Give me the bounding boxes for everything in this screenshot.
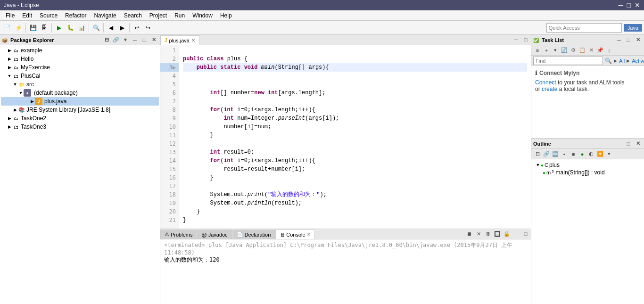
- task-list-close-button[interactable]: ✕: [634, 36, 642, 44]
- debug-button[interactable]: 🐛: [65, 23, 75, 33]
- outline-collapse-btn[interactable]: ⊟: [533, 150, 542, 158]
- explorer-maximize-button[interactable]: □: [140, 36, 149, 44]
- maximize-button[interactable]: □: [627, 1, 631, 9]
- tree-item-pluscal[interactable]: ▼ 🗂 PlusCal: [1, 72, 159, 80]
- connect-link[interactable]: Connect: [535, 79, 556, 86]
- outline-show-public-btn[interactable]: ●: [578, 150, 586, 158]
- new-button[interactable]: 📄: [2, 23, 12, 33]
- task-btn4[interactable]: 🔄: [560, 46, 569, 55]
- outline-close-button[interactable]: ✕: [634, 140, 642, 148]
- toolbar-btn2[interactable]: ⚡: [13, 23, 24, 33]
- tree-item-hello[interactable]: ▶ 🗂 Hello: [1, 55, 159, 63]
- tab-console[interactable]: 🖥 Console ✕: [275, 230, 314, 239]
- quick-access-input[interactable]: [546, 23, 622, 33]
- console-terminate-button[interactable]: ⏹: [465, 230, 473, 238]
- search-toolbar-button[interactable]: 🔍: [91, 23, 101, 33]
- all-label[interactable]: All: [619, 58, 625, 64]
- editor-minimize-button[interactable]: ─: [512, 35, 520, 44]
- tree-item-plus-java[interactable]: ▶ J plus.java: [1, 97, 159, 106]
- menu-run[interactable]: Run: [171, 11, 189, 20]
- back-button[interactable]: ◀: [106, 23, 116, 33]
- prev-edit-button[interactable]: ↩: [132, 23, 142, 33]
- expand-taskone2[interactable]: ▶: [7, 116, 12, 121]
- menu-edit[interactable]: Edit: [18, 11, 36, 20]
- explorer-minimize-button[interactable]: ─: [131, 36, 139, 44]
- tree-item-default-package[interactable]: ▼ ● (default package): [1, 89, 159, 97]
- console-scroll-lock[interactable]: 🔒: [503, 230, 511, 238]
- outline-minimize-button[interactable]: ─: [615, 140, 623, 148]
- console-disconnect-button[interactable]: ✕: [474, 230, 483, 238]
- tree-item-myexercise[interactable]: ▶ 🗂 MyExercise: [1, 63, 159, 72]
- menu-navigate[interactable]: Navigate: [90, 11, 120, 20]
- save-all-button[interactable]: 🗄: [39, 23, 50, 33]
- outline-hide-static-btn[interactable]: ■: [569, 150, 578, 158]
- minimize-button[interactable]: ─: [619, 1, 623, 9]
- task-btn7[interactable]: ✕: [587, 46, 595, 55]
- close-console-tab[interactable]: ✕: [307, 232, 311, 237]
- expand-taskone3[interactable]: ▶: [7, 124, 12, 129]
- code-editor[interactable]: 1 2 3▶ 4 5 6 7 8 9 10 11 12 13 14 15 16 …: [160, 45, 531, 229]
- console-maximize[interactable]: □: [521, 230, 530, 238]
- tree-item-jre[interactable]: ▶ 📚 JRE System Library [JavaSE-1.8]: [1, 106, 159, 114]
- code-content[interactable]: public class plus { public static void m…: [179, 45, 531, 229]
- outline-class-plus[interactable]: ▼ ● C plus: [533, 161, 642, 169]
- menu-help[interactable]: Help: [216, 11, 236, 20]
- expand-default-package[interactable]: ▼: [18, 90, 24, 95]
- task-btn2[interactable]: +: [542, 46, 551, 55]
- explorer-close-button[interactable]: ✕: [149, 36, 158, 44]
- link-editor-button[interactable]: 🔗: [112, 36, 120, 44]
- tab-problems[interactable]: ⚠ Problems: [160, 230, 197, 239]
- activate-label[interactable]: Activate...: [632, 58, 644, 64]
- explorer-menu-button[interactable]: ▾: [121, 36, 130, 44]
- console-remove-button[interactable]: 🗑: [484, 230, 492, 238]
- task-btn3[interactable]: ▾: [551, 46, 560, 55]
- menu-refactor[interactable]: Refactor: [61, 11, 90, 20]
- save-button[interactable]: 💾: [28, 23, 38, 33]
- outline-show-protected-btn[interactable]: ◐: [587, 150, 595, 158]
- expand-class-plus[interactable]: ▼: [535, 163, 541, 167]
- outline-maximize-button[interactable]: □: [624, 140, 633, 148]
- task-list-minimize-button[interactable]: ─: [615, 36, 623, 44]
- run-button[interactable]: ▶: [54, 23, 64, 33]
- create-link[interactable]: create: [542, 86, 557, 92]
- tree-item-example[interactable]: ▶ 🗂 example: [1, 46, 159, 55]
- next-edit-button[interactable]: ↪: [143, 23, 153, 33]
- expand-hello[interactable]: ▶: [7, 57, 12, 61]
- expand-jre[interactable]: ▶: [12, 107, 18, 112]
- task-btn5[interactable]: ⚙: [569, 46, 578, 55]
- editor-maximize-button[interactable]: □: [521, 35, 530, 44]
- task-btn8[interactable]: 📌: [596, 46, 604, 55]
- forward-button[interactable]: ▶: [117, 23, 127, 33]
- close-button[interactable]: ✕: [635, 1, 640, 9]
- tab-plus-java[interactable]: J plus.java ✕: [160, 35, 199, 45]
- menu-project[interactable]: Project: [146, 11, 171, 20]
- task-find-input[interactable]: [533, 57, 603, 65]
- outline-hide-fields-btn[interactable]: ▪: [560, 150, 569, 158]
- tree-item-taskone3[interactable]: ▶ 🗂 TaskOne3: [1, 123, 159, 131]
- console-clear-button[interactable]: 🔲: [493, 230, 502, 238]
- window-controls[interactable]: ─ □ ✕: [619, 1, 640, 9]
- menu-search[interactable]: Search: [120, 11, 146, 20]
- expand-myexercise[interactable]: ▶: [7, 65, 12, 70]
- menu-file[interactable]: File: [2, 11, 18, 20]
- outline-sort-btn[interactable]: 🔤: [551, 150, 560, 158]
- outline-link-btn[interactable]: 🔗: [542, 150, 551, 158]
- collapse-all-button[interactable]: ⊟: [102, 36, 111, 44]
- menu-window[interactable]: Window: [189, 11, 216, 20]
- console-minimize[interactable]: ─: [512, 230, 520, 238]
- close-tab-plus-java[interactable]: ✕: [191, 38, 195, 43]
- task-btn1[interactable]: ≡: [533, 46, 542, 55]
- expand-pluscal[interactable]: ▼: [7, 74, 12, 78]
- expand-example[interactable]: ▶: [7, 48, 12, 53]
- menu-source[interactable]: Source: [36, 11, 61, 20]
- expand-plus-java[interactable]: ▶: [29, 99, 35, 104]
- outline-method-main[interactable]: ● m ⁵ main(String[]) : void: [533, 169, 642, 176]
- outline-filter-btn[interactable]: 🔽: [596, 150, 604, 158]
- expand-src[interactable]: ▼: [12, 82, 18, 87]
- tab-javadoc[interactable]: @ Javadoc: [197, 230, 231, 239]
- tab-declaration[interactable]: 📄 Declaration: [232, 230, 275, 239]
- tree-item-taskone2[interactable]: ▶ 🗂 TaskOne2: [1, 114, 159, 123]
- task-btn6[interactable]: 📋: [578, 46, 586, 55]
- java-perspective-button[interactable]: Java: [624, 24, 642, 32]
- task-btn9[interactable]: ↕: [605, 46, 613, 55]
